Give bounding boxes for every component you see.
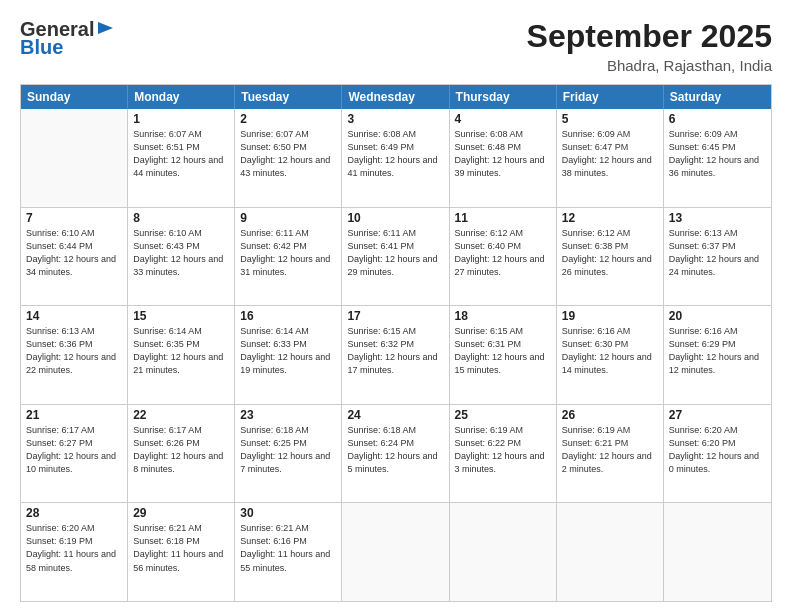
cell-info: Sunrise: 6:12 AMSunset: 6:40 PMDaylight:… [455, 227, 551, 279]
cell-info: Sunrise: 6:12 AMSunset: 6:38 PMDaylight:… [562, 227, 658, 279]
calendar-cell-13: 13Sunrise: 6:13 AMSunset: 6:37 PMDayligh… [664, 208, 771, 306]
cell-info: Sunrise: 6:09 AMSunset: 6:45 PMDaylight:… [669, 128, 766, 180]
cell-day-number: 25 [455, 408, 551, 422]
header-day-thursday: Thursday [450, 85, 557, 109]
cell-day-number: 29 [133, 506, 229, 520]
calendar-cell-23: 23Sunrise: 6:18 AMSunset: 6:25 PMDayligh… [235, 405, 342, 503]
calendar-cell-16: 16Sunrise: 6:14 AMSunset: 6:33 PMDayligh… [235, 306, 342, 404]
cell-day-number: 27 [669, 408, 766, 422]
cell-info: Sunrise: 6:20 AMSunset: 6:20 PMDaylight:… [669, 424, 766, 476]
header-day-friday: Friday [557, 85, 664, 109]
calendar-cell-15: 15Sunrise: 6:14 AMSunset: 6:35 PMDayligh… [128, 306, 235, 404]
calendar-cell-12: 12Sunrise: 6:12 AMSunset: 6:38 PMDayligh… [557, 208, 664, 306]
cell-day-number: 2 [240, 112, 336, 126]
calendar-cell-4: 4Sunrise: 6:08 AMSunset: 6:48 PMDaylight… [450, 109, 557, 207]
calendar-cell-17: 17Sunrise: 6:15 AMSunset: 6:32 PMDayligh… [342, 306, 449, 404]
calendar-cell-21: 21Sunrise: 6:17 AMSunset: 6:27 PMDayligh… [21, 405, 128, 503]
calendar-row-1: 7Sunrise: 6:10 AMSunset: 6:44 PMDaylight… [21, 207, 771, 306]
cell-day-number: 7 [26, 211, 122, 225]
cell-info: Sunrise: 6:14 AMSunset: 6:35 PMDaylight:… [133, 325, 229, 377]
header-day-tuesday: Tuesday [235, 85, 342, 109]
cell-info: Sunrise: 6:07 AMSunset: 6:50 PMDaylight:… [240, 128, 336, 180]
cell-day-number: 16 [240, 309, 336, 323]
calendar-row-2: 14Sunrise: 6:13 AMSunset: 6:36 PMDayligh… [21, 305, 771, 404]
cell-info: Sunrise: 6:18 AMSunset: 6:25 PMDaylight:… [240, 424, 336, 476]
calendar-cell-22: 22Sunrise: 6:17 AMSunset: 6:26 PMDayligh… [128, 405, 235, 503]
cell-day-number: 13 [669, 211, 766, 225]
cell-info: Sunrise: 6:20 AMSunset: 6:19 PMDaylight:… [26, 522, 122, 574]
calendar-cell-8: 8Sunrise: 6:10 AMSunset: 6:43 PMDaylight… [128, 208, 235, 306]
cell-day-number: 21 [26, 408, 122, 422]
calendar-header: SundayMondayTuesdayWednesdayThursdayFrid… [21, 85, 771, 109]
cell-info: Sunrise: 6:15 AMSunset: 6:32 PMDaylight:… [347, 325, 443, 377]
cell-day-number: 24 [347, 408, 443, 422]
cell-info: Sunrise: 6:13 AMSunset: 6:37 PMDaylight:… [669, 227, 766, 279]
cell-info: Sunrise: 6:08 AMSunset: 6:48 PMDaylight:… [455, 128, 551, 180]
cell-day-number: 23 [240, 408, 336, 422]
calendar-cell-10: 10Sunrise: 6:11 AMSunset: 6:41 PMDayligh… [342, 208, 449, 306]
cell-day-number: 17 [347, 309, 443, 323]
cell-day-number: 26 [562, 408, 658, 422]
cell-day-number: 5 [562, 112, 658, 126]
title-month: September 2025 [527, 18, 772, 55]
calendar-cell-26: 26Sunrise: 6:19 AMSunset: 6:21 PMDayligh… [557, 405, 664, 503]
cell-info: Sunrise: 6:16 AMSunset: 6:29 PMDaylight:… [669, 325, 766, 377]
cell-info: Sunrise: 6:14 AMSunset: 6:33 PMDaylight:… [240, 325, 336, 377]
calendar-cell-1: 1Sunrise: 6:07 AMSunset: 6:51 PMDaylight… [128, 109, 235, 207]
cell-info: Sunrise: 6:10 AMSunset: 6:43 PMDaylight:… [133, 227, 229, 279]
calendar-cell-18: 18Sunrise: 6:15 AMSunset: 6:31 PMDayligh… [450, 306, 557, 404]
cell-day-number: 3 [347, 112, 443, 126]
calendar-cell-11: 11Sunrise: 6:12 AMSunset: 6:40 PMDayligh… [450, 208, 557, 306]
cell-day-number: 30 [240, 506, 336, 520]
logo: General Blue [20, 18, 115, 58]
header-day-wednesday: Wednesday [342, 85, 449, 109]
cell-info: Sunrise: 6:19 AMSunset: 6:22 PMDaylight:… [455, 424, 551, 476]
calendar-cell-24: 24Sunrise: 6:18 AMSunset: 6:24 PMDayligh… [342, 405, 449, 503]
calendar-cell-30: 30Sunrise: 6:21 AMSunset: 6:16 PMDayligh… [235, 503, 342, 601]
title-block: September 2025 Bhadra, Rajasthan, India [527, 18, 772, 74]
title-location: Bhadra, Rajasthan, India [527, 57, 772, 74]
calendar-cell-empty-4-6 [664, 503, 771, 601]
cell-day-number: 10 [347, 211, 443, 225]
calendar-cell-19: 19Sunrise: 6:16 AMSunset: 6:30 PMDayligh… [557, 306, 664, 404]
cell-info: Sunrise: 6:21 AMSunset: 6:18 PMDaylight:… [133, 522, 229, 574]
calendar-cell-29: 29Sunrise: 6:21 AMSunset: 6:18 PMDayligh… [128, 503, 235, 601]
cell-info: Sunrise: 6:16 AMSunset: 6:30 PMDaylight:… [562, 325, 658, 377]
cell-day-number: 18 [455, 309, 551, 323]
cell-info: Sunrise: 6:08 AMSunset: 6:49 PMDaylight:… [347, 128, 443, 180]
calendar: SundayMondayTuesdayWednesdayThursdayFrid… [20, 84, 772, 602]
calendar-cell-2: 2Sunrise: 6:07 AMSunset: 6:50 PMDaylight… [235, 109, 342, 207]
calendar-cell-empty-4-4 [450, 503, 557, 601]
cell-day-number: 14 [26, 309, 122, 323]
logo-blue: Blue [20, 36, 115, 58]
calendar-cell-empty-4-5 [557, 503, 664, 601]
cell-info: Sunrise: 6:18 AMSunset: 6:24 PMDaylight:… [347, 424, 443, 476]
cell-day-number: 20 [669, 309, 766, 323]
cell-info: Sunrise: 6:09 AMSunset: 6:47 PMDaylight:… [562, 128, 658, 180]
header-day-sunday: Sunday [21, 85, 128, 109]
cell-info: Sunrise: 6:21 AMSunset: 6:16 PMDaylight:… [240, 522, 336, 574]
cell-info: Sunrise: 6:07 AMSunset: 6:51 PMDaylight:… [133, 128, 229, 180]
cell-info: Sunrise: 6:11 AMSunset: 6:41 PMDaylight:… [347, 227, 443, 279]
calendar-cell-25: 25Sunrise: 6:19 AMSunset: 6:22 PMDayligh… [450, 405, 557, 503]
cell-info: Sunrise: 6:11 AMSunset: 6:42 PMDaylight:… [240, 227, 336, 279]
calendar-row-0: 1Sunrise: 6:07 AMSunset: 6:51 PMDaylight… [21, 109, 771, 207]
calendar-cell-14: 14Sunrise: 6:13 AMSunset: 6:36 PMDayligh… [21, 306, 128, 404]
calendar-cell-20: 20Sunrise: 6:16 AMSunset: 6:29 PMDayligh… [664, 306, 771, 404]
calendar-cell-empty-4-3 [342, 503, 449, 601]
cell-day-number: 22 [133, 408, 229, 422]
header-day-saturday: Saturday [664, 85, 771, 109]
cell-day-number: 9 [240, 211, 336, 225]
cell-info: Sunrise: 6:13 AMSunset: 6:36 PMDaylight:… [26, 325, 122, 377]
calendar-cell-7: 7Sunrise: 6:10 AMSunset: 6:44 PMDaylight… [21, 208, 128, 306]
cell-day-number: 4 [455, 112, 551, 126]
cell-info: Sunrise: 6:17 AMSunset: 6:27 PMDaylight:… [26, 424, 122, 476]
cell-day-number: 6 [669, 112, 766, 126]
cell-day-number: 28 [26, 506, 122, 520]
calendar-body: 1Sunrise: 6:07 AMSunset: 6:51 PMDaylight… [21, 109, 771, 601]
cell-day-number: 1 [133, 112, 229, 126]
calendar-cell-6: 6Sunrise: 6:09 AMSunset: 6:45 PMDaylight… [664, 109, 771, 207]
calendar-cell-5: 5Sunrise: 6:09 AMSunset: 6:47 PMDaylight… [557, 109, 664, 207]
cell-info: Sunrise: 6:15 AMSunset: 6:31 PMDaylight:… [455, 325, 551, 377]
cell-day-number: 15 [133, 309, 229, 323]
